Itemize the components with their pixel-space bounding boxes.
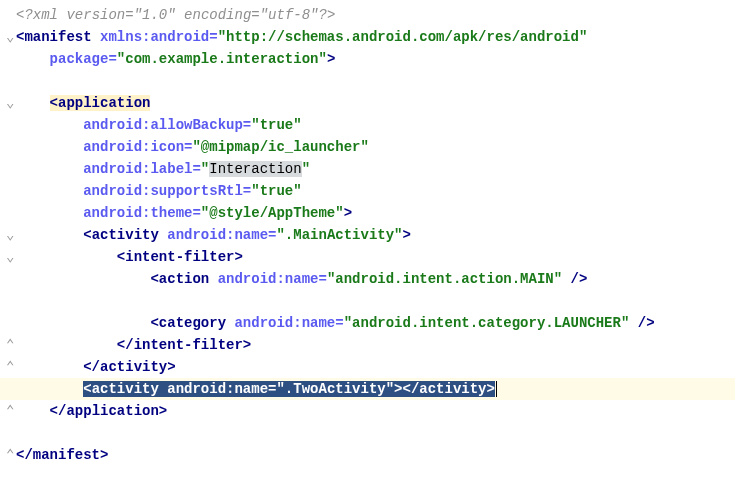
- code-line: ⌄<manifest xmlns:android="http://schemas…: [0, 26, 735, 48]
- code-line: ⌄ <intent-filter>: [0, 246, 735, 268]
- code-line: ⌃ </activity>: [0, 356, 735, 378]
- code-line: <action android:name="android.intent.act…: [0, 268, 735, 290]
- code-line: ⌃</manifest>: [0, 444, 735, 466]
- code-line: [0, 70, 735, 92]
- fold-icon[interactable]: ⌄: [6, 92, 16, 114]
- code-line: <category android:name="android.intent.c…: [0, 312, 735, 334]
- code-line: android:allowBackup="true": [0, 114, 735, 136]
- code-line: ⌃ </application>: [0, 400, 735, 422]
- code-line: ⌄ <application: [0, 92, 735, 114]
- code-line: android:supportsRtl="true": [0, 180, 735, 202]
- code-line: <?xml version="1.0" encoding="utf-8"?>: [0, 4, 735, 26]
- fold-icon[interactable]: ⌃: [6, 356, 16, 378]
- code-line: android:icon="@mipmap/ic_launcher": [0, 136, 735, 158]
- fold-icon[interactable]: ⌃: [6, 334, 16, 356]
- code-line: android:theme="@style/AppTheme">: [0, 202, 735, 224]
- code-line: ⌄ <activity android:name=".MainActivity"…: [0, 224, 735, 246]
- fold-icon[interactable]: ⌃: [6, 400, 16, 422]
- code-line: android:label="Interaction": [0, 158, 735, 180]
- code-line: [0, 422, 735, 444]
- fold-icon[interactable]: ⌄: [6, 224, 16, 246]
- code-editor[interactable]: <?xml version="1.0" encoding="utf-8"?> ⌄…: [0, 4, 735, 466]
- text-cursor: [496, 381, 497, 397]
- fold-icon[interactable]: ⌃: [6, 444, 16, 466]
- code-line: ⌃ </intent-filter>: [0, 334, 735, 356]
- fold-icon[interactable]: ⌄: [6, 26, 16, 48]
- code-line-selected: <activity android:name=".TwoActivity"></…: [0, 378, 735, 400]
- code-line: [0, 290, 735, 312]
- code-line: package="com.example.interaction">: [0, 48, 735, 70]
- label-value: Interaction: [209, 161, 301, 177]
- fold-icon[interactable]: ⌄: [6, 246, 16, 268]
